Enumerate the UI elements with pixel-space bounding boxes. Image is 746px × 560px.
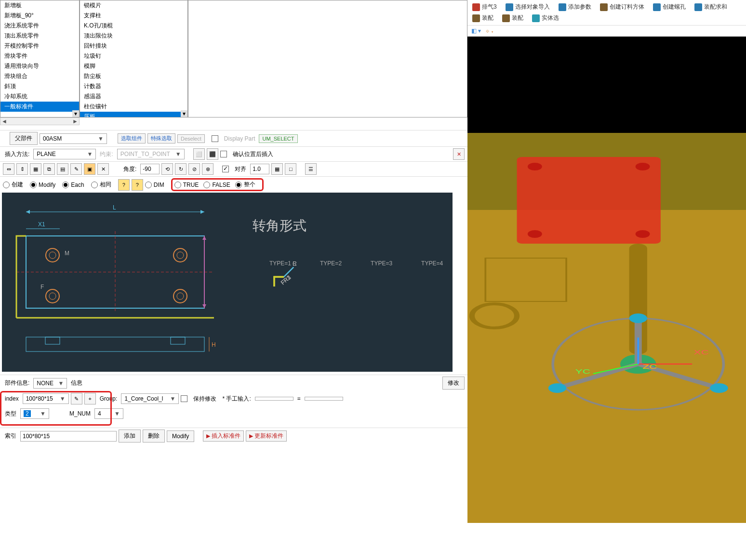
subcategory-listbox[interactable]: 锁模片支撑柱K.O孔/顶棍顶出限位块回针撞块垃圾钉模脚防尘板计数器感温器柱位镶针… — [80, 0, 188, 117]
3d-viewport[interactable]: XC YC ZC — [467, 37, 746, 523]
chevron-down-icon[interactable]: ▾ — [72, 110, 79, 117]
chevron-down-icon[interactable]: ▾ — [181, 110, 187, 117]
close-icon[interactable]: ✕ — [453, 148, 465, 160]
help1-icon[interactable]: ? — [118, 179, 130, 191]
ribbon-item[interactable]: 排气3 — [472, 3, 497, 11]
um-select-button[interactable]: UM_SELECT — [259, 134, 297, 143]
manual-input-left[interactable] — [255, 397, 293, 401]
list-item[interactable]: 浇注系统零件 — [0, 21, 79, 31]
index-combo[interactable]: 100*80*15▼ — [23, 393, 69, 404]
list-item[interactable]: 柱位镶针 — [80, 102, 187, 112]
keep-modify-checkbox[interactable] — [181, 395, 187, 402]
cube-icon[interactable]: ◧ ▾ — [471, 27, 481, 34]
list-item[interactable]: 冷却系统 — [0, 91, 79, 102]
modify-info-button[interactable]: 修改 — [442, 377, 465, 390]
list-item[interactable]: 斜顶 — [0, 81, 79, 91]
list-item[interactable]: 模脚 — [80, 61, 187, 71]
grid-icon[interactable]: ▤ — [57, 163, 68, 175]
ribbon-item[interactable]: 添加参数 — [559, 3, 591, 11]
array-icon[interactable]: ▦ — [30, 163, 41, 175]
copy-icon[interactable]: ⧉ — [43, 163, 55, 175]
display-part-checkbox[interactable] — [212, 135, 218, 142]
list-item[interactable]: 回针撞块 — [80, 41, 187, 51]
parent-part-button[interactable]: 父部件 — [10, 132, 38, 145]
mirror-h-icon[interactable]: ⇔ — [3, 163, 14, 175]
hscroll[interactable]: ◄► — [0, 117, 80, 125]
axis-icon[interactable]: ⟐ ▾ — [486, 27, 494, 34]
tool-icon-1[interactable]: ⬜ — [193, 148, 205, 160]
ribbon-item[interactable]: 选择对象导入 — [506, 3, 550, 11]
list-item[interactable]: 锁模片 — [80, 0, 187, 11]
false-radio[interactable]: FALSE — [203, 182, 230, 188]
delete-button[interactable]: 删除 — [143, 430, 165, 443]
ribbon-item[interactable]: 创建螺孔 — [653, 3, 686, 11]
align-grid-icon[interactable]: ▦ — [271, 163, 283, 175]
create-radio[interactable]: 创建 — [3, 181, 23, 189]
list-item[interactable]: 一般标准件 — [0, 102, 79, 112]
angle-tool1-icon[interactable]: ↻ — [175, 163, 186, 175]
select-component-button[interactable]: 选取组件 — [118, 133, 146, 143]
delete-icon[interactable]: ✕ — [97, 163, 109, 175]
index-edit-icon[interactable]: ✎ — [71, 393, 82, 404]
parent-part-combo[interactable]: 00ASM▼ — [40, 133, 107, 144]
modify-radio[interactable]: Modify — [30, 182, 55, 188]
confirm-insert-checkbox[interactable] — [220, 151, 227, 157]
list-item[interactable]: 滑块零件 — [0, 51, 79, 61]
list-item[interactable]: K.O孔/顶棍 — [80, 21, 187, 31]
angle-input[interactable]: -90 — [140, 164, 160, 174]
special-select-button[interactable]: 特殊选取 — [147, 133, 175, 143]
list-item[interactable]: 感温器 — [80, 91, 187, 102]
manual-input-right[interactable] — [305, 397, 343, 401]
search-input[interactable]: 100*80*15 — [20, 431, 117, 442]
help2-icon[interactable]: ? — [132, 179, 143, 191]
ribbon-item[interactable]: 装配 — [502, 14, 523, 22]
ribbon-item[interactable]: 装配求和 — [694, 3, 727, 11]
list-item[interactable]: 防尘板 — [80, 71, 187, 81]
mini-toolbar[interactable]: ◧ ▾ ⟐ ▾ — [467, 25, 746, 37]
true-radio[interactable]: TRUE — [174, 182, 199, 188]
angle-tool2-icon[interactable]: ⊘ — [188, 163, 200, 175]
list-item[interactable]: 支撑柱 — [80, 11, 187, 21]
list-item[interactable]: 顶出系统零件 — [0, 31, 79, 41]
deselect-button[interactable]: Deselect — [177, 134, 205, 143]
same-radio[interactable]: 相同 — [91, 181, 111, 189]
each-radio[interactable]: Each — [62, 182, 84, 188]
list-item[interactable]: 滑块组合 — [0, 71, 79, 81]
insert-method-combo[interactable]: PLANE▼ — [33, 149, 96, 159]
whole-radio[interactable]: 整个 — [235, 181, 255, 189]
edit-icon[interactable]: ✎ — [70, 163, 82, 175]
group-combo[interactable]: 1_Core_Cool_l▼ — [121, 393, 179, 404]
ribbon-item[interactable]: 创建订料方体 — [600, 3, 644, 11]
list-item[interactable]: 压板 — [80, 112, 187, 117]
list-item[interactable]: 新增板_90° — [0, 11, 79, 21]
list-item[interactable]: 开模控制零件 — [0, 41, 79, 51]
modify-button[interactable]: Modify — [167, 430, 194, 442]
tfw-highlight-box: TRUE FALSE 整个 — [171, 178, 264, 191]
angle-tool3-icon[interactable]: ⊗ — [202, 163, 213, 175]
list-item[interactable]: 顶出限位块 — [80, 31, 187, 41]
type-combo[interactable]: 2▼ — [20, 408, 49, 419]
index-add-icon[interactable]: + — [84, 393, 96, 404]
layer-icon[interactable]: ▣ — [84, 163, 95, 175]
constraint-combo[interactable]: POINT_TO_POINT▼ — [117, 149, 185, 159]
list-item[interactable]: 垃圾钉 — [80, 51, 187, 61]
list-item[interactable]: 通用滑块向导 — [0, 61, 79, 71]
align-input[interactable]: 1.0 — [250, 164, 269, 174]
dim-radio[interactable]: DIM — [145, 182, 164, 188]
part-info-combo[interactable]: NONE▼ — [33, 378, 67, 389]
tool-icon-2[interactable]: ⬛ — [207, 148, 218, 160]
list-item[interactable]: 计数器 — [80, 81, 187, 91]
insert-std-button[interactable]: ▶ 插入标准件 — [203, 430, 244, 442]
ribbon-item[interactable]: 装配 — [472, 14, 493, 22]
align-list-icon[interactable]: ☰ — [305, 163, 317, 175]
mnum-combo[interactable]: 4▼ — [94, 408, 123, 419]
mirror-v-icon[interactable]: ⇕ — [16, 163, 28, 175]
list-item[interactable]: 新增板 — [0, 0, 79, 11]
align-checkbox[interactable] — [222, 166, 229, 172]
update-std-button[interactable]: ▶ 更新标准件 — [246, 430, 287, 442]
angle-reset-icon[interactable]: ⟲ — [161, 163, 173, 175]
add-button[interactable]: 添加 — [119, 430, 141, 443]
category-listbox[interactable]: 新增板新增板_90°浇注系统零件顶出系统零件开模控制零件滑块零件通用滑块向导滑块… — [0, 0, 80, 117]
ribbon-item[interactable]: 实体选 — [532, 14, 559, 22]
align-box-icon[interactable]: □ — [285, 163, 296, 175]
